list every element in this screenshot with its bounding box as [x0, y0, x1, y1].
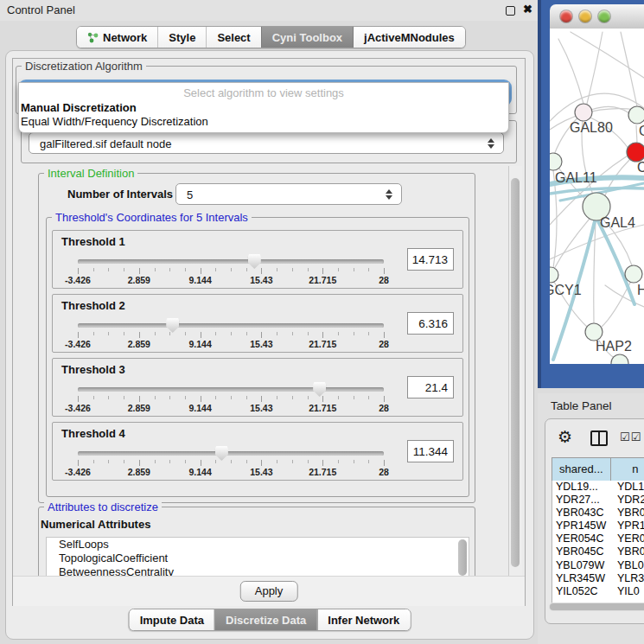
group-title: Interval Definition: [44, 167, 137, 180]
network-node-ga[interactable]: [628, 106, 644, 124]
tick-mark: [368, 332, 369, 335]
table-panel-box: ⚙ ☑☑ shared...n YDL19...YDL1YDR27...YDR2…: [545, 418, 644, 624]
table-data-combobox[interactable]: galFiltered.sif default node: [29, 132, 504, 154]
threshold-box-1: Threshold 1-3.4262.8599.14415.4321.71528…: [52, 230, 463, 289]
tick-label: 9.144: [188, 403, 211, 413]
tab-infer-network[interactable]: Infer Network: [316, 609, 410, 630]
list-item[interactable]: BetweennessCentrality: [47, 565, 469, 576]
tab-style[interactable]: Style: [157, 27, 206, 48]
slider-track[interactable]: [78, 323, 384, 328]
network-node-gcy1[interactable]: [550, 267, 558, 283]
network-canvas[interactable]: GAL80GACGAL11GAL4GCY1HHAP2: [550, 29, 644, 364]
threshold-slider[interactable]: -3.4262.8599.14415.4321.71528: [78, 445, 384, 476]
scrollbar-thumb[interactable]: [511, 178, 520, 567]
threshold-value-field[interactable]: 11.344: [407, 440, 454, 462]
table-row[interactable]: YLR345WYLR3: [552, 572, 644, 585]
algorithm-option[interactable]: Manual Discretization: [19, 101, 508, 115]
float-window-icon[interactable]: [506, 6, 515, 16]
threshold-slider[interactable]: -3.4262.8599.14415.4321.71528: [78, 381, 384, 412]
threshold-slider[interactable]: -3.4262.8599.14415.4321.71528: [78, 317, 384, 348]
cyni-toolbox-pane: Discretization Algorithm Table Data galF…: [12, 58, 526, 606]
tab-network[interactable]: Network: [77, 27, 157, 48]
table-row[interactable]: YDR27...YDR2: [552, 494, 644, 507]
scrollbar-thumb[interactable]: [550, 603, 644, 610]
tick-mark: [93, 396, 94, 399]
network-node-h[interactable]: [625, 265, 642, 283]
split-columns-icon[interactable]: [590, 430, 608, 446]
list-scrollbar[interactable]: [458, 539, 467, 576]
network-graph[interactable]: GAL80GACGAL11GAL4GCY1HHAP2: [550, 29, 644, 364]
node-table[interactable]: shared...n YDL19...YDL1YDR27...YDR2YBR04…: [552, 457, 644, 603]
network-edge: [636, 125, 637, 143]
tick-mark: [185, 460, 186, 463]
column-header[interactable]: shared...: [552, 458, 611, 481]
threshold-value-field[interactable]: 14.713: [407, 248, 454, 271]
zoom-button[interactable]: [598, 10, 610, 22]
tick-label: 9.144: [188, 339, 211, 349]
gear-icon[interactable]: ⚙: [558, 427, 572, 447]
tick-label: 28: [379, 275, 389, 285]
table-row[interactable]: YER054CYER0: [552, 532, 644, 545]
tick-mark: [93, 268, 94, 271]
network-node-gal11[interactable]: [550, 153, 562, 170]
interval-definition-group: Interval Definition Number of Intervals …: [38, 173, 475, 503]
tab-cyni-toolbox[interactable]: Cyni Toolbox: [261, 27, 353, 48]
screen: { "window": {"title": "Control Panel", "…: [0, 0, 644, 644]
tick-mark: [384, 332, 385, 338]
tick-mark: [292, 332, 293, 335]
cell-shared-name: YBR043C: [552, 507, 615, 520]
network-edge: [558, 39, 583, 104]
tick-mark: [124, 268, 124, 271]
slider-thumb[interactable]: [215, 446, 228, 461]
tab-select[interactable]: Select: [206, 27, 260, 48]
threshold-value-field[interactable]: 21.4: [407, 376, 454, 399]
network-node[interactable]: [611, 354, 628, 364]
tab-impute-data[interactable]: Impute Data: [130, 609, 214, 630]
slider-thumb[interactable]: [248, 254, 261, 269]
list-item[interactable]: TopologicalCoefficient: [47, 552, 469, 565]
tick-mark: [78, 268, 79, 274]
tick-label: 21.715: [309, 467, 336, 477]
close-icon[interactable]: ✖: [523, 3, 532, 16]
table-data-value: galFiltered.sif default node: [40, 137, 171, 150]
threshold-value-field[interactable]: 6.316: [407, 312, 454, 335]
tick-mark: [384, 268, 385, 274]
table-row[interactable]: YBL079WYBL0: [552, 559, 644, 572]
tick-label: 28: [379, 467, 389, 477]
column-header[interactable]: n: [611, 458, 644, 481]
tick-mark: [354, 396, 354, 399]
network-node-c[interactable]: [627, 143, 644, 162]
checkbox-icons[interactable]: ☑☑: [620, 430, 641, 443]
table-row[interactable]: YBR045CYBR0: [552, 545, 644, 558]
group-title: Attributes to discretize: [44, 501, 162, 513]
tab-discretize-data[interactable]: Discretize Data: [214, 609, 316, 630]
slider-track[interactable]: [78, 259, 384, 264]
network-node-hap2[interactable]: [585, 323, 603, 341]
table-row[interactable]: YDL19...YDL1: [552, 481, 644, 494]
table-row[interactable]: YBR043CYBR0: [552, 507, 644, 520]
threshold-slider[interactable]: -3.4262.8599.14415.4321.71528: [78, 253, 384, 284]
close-button[interactable]: [560, 10, 572, 22]
tick-mark: [155, 396, 156, 399]
slider-track[interactable]: [78, 387, 384, 392]
list-item[interactable]: SelfLoops: [47, 538, 469, 552]
horizontal-scrollbar[interactable]: [549, 603, 644, 611]
tick-mark: [308, 396, 309, 399]
slider-track[interactable]: [78, 451, 384, 456]
minimize-button[interactable]: [579, 10, 591, 22]
apply-button[interactable]: Apply: [240, 581, 298, 602]
table-row[interactable]: YIL052CYIL0: [552, 585, 644, 598]
vertical-scrollbar[interactable]: [508, 166, 522, 576]
number-of-intervals-combobox[interactable]: 5: [175, 183, 402, 205]
slider-thumb[interactable]: [166, 318, 179, 333]
slider-thumb[interactable]: [313, 382, 326, 397]
tick-mark: [308, 268, 309, 271]
tab-jactivemnodules[interactable]: jActiveMNodules: [353, 27, 465, 48]
apply-row: Apply: [13, 576, 525, 606]
numerical-attributes-list[interactable]: SelfLoopsTopologicalCoefficientBetweenne…: [46, 537, 469, 576]
table-row[interactable]: YPR145WYPR1: [552, 520, 644, 532]
network-node-gal80[interactable]: [575, 104, 592, 121]
tick-mark: [231, 332, 232, 335]
algorithm-option[interactable]: Equal Width/Frequency Discretization: [19, 115, 508, 129]
network-edge-highlighted: [598, 221, 634, 304]
